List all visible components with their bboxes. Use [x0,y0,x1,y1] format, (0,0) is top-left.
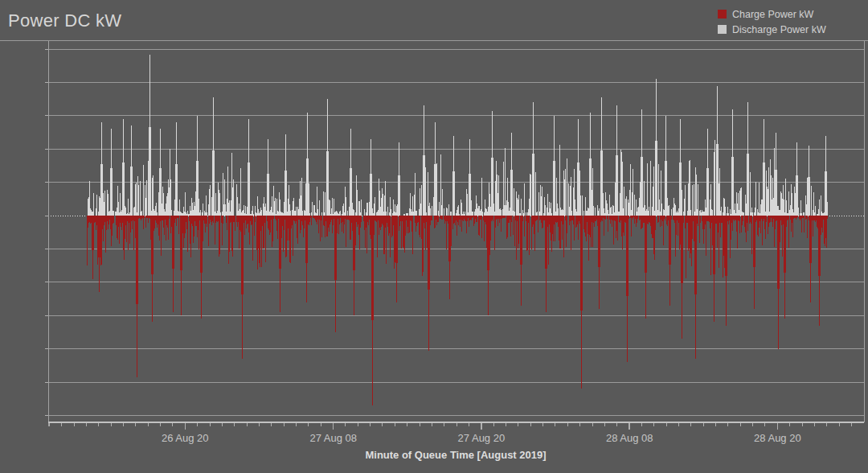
x-tick-label-4: 28 Aug 08 [606,432,653,444]
x-tick-label-2: 27 Aug 08 [309,432,357,444]
chart-plot-area[interactable] [0,0,868,473]
x-tick-label-5: 28 Aug 20 [754,432,801,444]
tableau-dashboard: Power DC kW Charge Power kW Discharge Po… [0,0,868,473]
x-tick-label-3: 27 Aug 20 [458,432,506,444]
x-axis-title: Minute of Queue Time [August 2019] [365,449,546,461]
x-tick-label-1: 26 Aug 20 [162,432,209,444]
